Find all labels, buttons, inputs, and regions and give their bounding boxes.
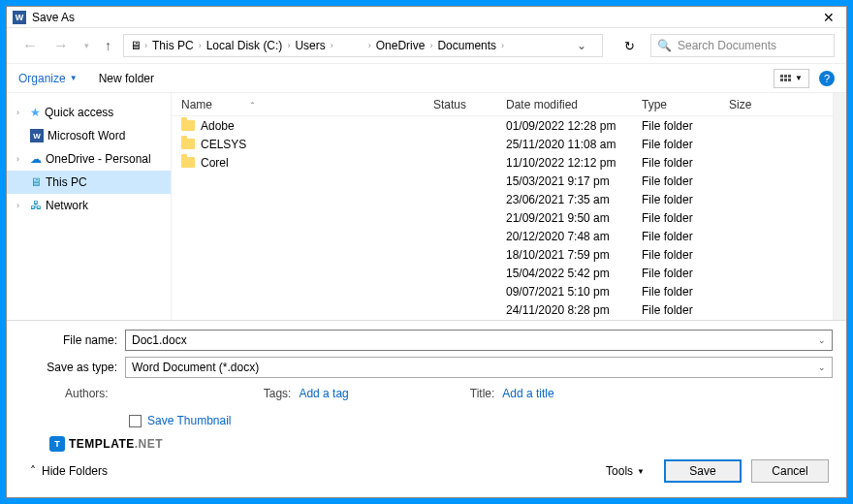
table-row[interactable]: Adobe01/09/2022 12:28 pmFile folder (172, 116, 833, 135)
cancel-button[interactable]: Cancel (751, 459, 829, 483)
tools-menu[interactable]: Tools▼ (606, 464, 645, 478)
folder-icon (181, 120, 195, 131)
breadcrumb-seg[interactable]: Users (293, 39, 327, 52)
table-row[interactable]: 18/10/2021 7:59 pmFile folder (172, 245, 833, 264)
table-row[interactable]: CELSYS25/11/2020 11:08 amFile folder (172, 135, 833, 153)
chevron-down-icon: ▼ (70, 74, 78, 82)
breadcrumb[interactable]: 🖥› This PC› Local Disk (C:)› Users› › On… (123, 34, 603, 57)
title-label: Title: (470, 387, 495, 400)
chevron-down-icon: ▼ (795, 74, 803, 82)
close-icon[interactable]: ✕ (817, 10, 840, 25)
pc-icon: 🖥 (130, 39, 142, 52)
word-icon: W (30, 129, 44, 142)
sidebar: ›★Quick access WMicrosoft Word ›☁OneDriv… (7, 93, 172, 320)
dialog-title: Save As (32, 11, 817, 24)
breadcrumb-dropdown-icon[interactable]: ⌄ (567, 39, 596, 52)
col-status[interactable]: Status (433, 98, 506, 111)
column-headers: Nameˆ Status Date modified Type Size (172, 93, 833, 116)
file-list: Nameˆ Status Date modified Type Size Ado… (172, 93, 833, 320)
breadcrumb-seg[interactable]: This PC (150, 39, 196, 52)
folder-icon (181, 157, 195, 168)
nav-bar: ← → ▾ ↑ 🖥› This PC› Local Disk (C:)› Use… (7, 28, 846, 63)
brand-icon: T (49, 436, 65, 452)
chevron-down-icon[interactable]: ⌄ (818, 362, 826, 372)
table-row[interactable]: 15/04/2022 5:42 pmFile folder (172, 264, 833, 282)
filename-label: File name: (20, 333, 125, 347)
toolbar: Organize▼ New folder ▼ ? (7, 63, 846, 92)
word-app-icon: W (13, 11, 26, 24)
table-row[interactable]: 21/09/2021 9:50 amFile folder (172, 208, 833, 227)
titlebar: W Save As ✕ (7, 7, 846, 28)
table-row[interactable]: 24/11/2020 8:28 pmFile folder (172, 300, 833, 319)
help-icon[interactable]: ? (819, 71, 835, 86)
network-icon: 🖧 (30, 199, 42, 212)
table-row[interactable]: 15/03/2021 9:17 pmFile folder (172, 172, 833, 190)
file-rows: Adobe01/09/2022 12:28 pmFile folderCELSY… (172, 116, 833, 320)
save-button[interactable]: Save (664, 459, 742, 483)
view-options-button[interactable]: ▼ (774, 69, 809, 88)
sidebar-item-network[interactable]: ›🖧Network (7, 194, 171, 217)
authors-label: Authors: (65, 387, 109, 400)
sidebar-item-quick-access[interactable]: ›★Quick access (7, 101, 171, 124)
view-grid-icon (780, 75, 791, 81)
chevron-down-icon: ▼ (637, 467, 645, 476)
col-date-modified[interactable]: Date modified (506, 98, 642, 111)
main-area: ›★Quick access WMicrosoft Word ›☁OneDriv… (7, 92, 846, 320)
brand-watermark: T TEMPLATE.NET (20, 433, 833, 455)
sidebar-item-this-pc[interactable]: 🖥This PC (7, 171, 171, 194)
folder-icon (181, 139, 195, 149)
search-placeholder: Search Documents (678, 39, 776, 52)
save-thumbnail-label[interactable]: Save Thumbnail (147, 414, 232, 427)
bottom-panel: File name: Doc1.docx⌄ Save as type: Word… (7, 320, 846, 497)
breadcrumb-seg[interactable]: Documents (435, 39, 498, 52)
table-row[interactable]: 09/07/2021 5:10 pmFile folder (172, 282, 833, 300)
hide-folders-button[interactable]: ˄Hide Folders (30, 464, 108, 478)
sidebar-item-onedrive[interactable]: ›☁OneDrive - Personal (7, 147, 171, 171)
table-row[interactable]: 23/06/2021 7:35 amFile folder (172, 190, 833, 208)
search-icon: 🔍 (657, 39, 672, 52)
search-input[interactable]: 🔍 Search Documents (650, 34, 835, 57)
recent-dropdown-icon[interactable]: ▾ (80, 41, 93, 50)
breadcrumb-seg[interactable]: Local Disk (C:) (205, 39, 285, 52)
savetype-select[interactable]: Word Document (*.docx)⌄ (125, 357, 833, 378)
refresh-icon[interactable]: ↻ (616, 39, 643, 53)
sidebar-item-word[interactable]: WMicrosoft Word (7, 124, 171, 147)
table-row[interactable]: 20/12/2020 7:48 amFile folder (172, 227, 833, 245)
thumbnail-row: Save Thumbnail (20, 410, 833, 431)
button-row: ˄Hide Folders Tools▼ Save Cancel (20, 455, 833, 488)
add-title-link[interactable]: Add a title (502, 387, 553, 400)
cloud-icon: ☁ (30, 152, 42, 166)
chevron-up-icon: ˄ (30, 464, 36, 478)
pc-icon: 🖥 (30, 175, 42, 189)
scrollbar[interactable] (833, 93, 846, 320)
savetype-label: Save as type: (20, 361, 125, 374)
add-tag-link[interactable]: Add a tag (299, 387, 348, 400)
filename-input[interactable]: Doc1.docx⌄ (125, 330, 833, 351)
tags-label: Tags: (264, 387, 292, 400)
chevron-down-icon[interactable]: ⌄ (818, 335, 826, 345)
sort-asc-icon: ˆ (251, 101, 254, 110)
star-icon: ★ (30, 106, 41, 119)
col-type[interactable]: Type (642, 98, 729, 111)
col-name[interactable]: Nameˆ (181, 98, 433, 111)
meta-row: Authors: Tags: Add a tag Title: Add a ti… (20, 383, 833, 404)
save-as-dialog: W Save As ✕ ← → ▾ ↑ 🖥› This PC› Local Di… (6, 6, 847, 498)
breadcrumb-seg[interactable]: OneDrive (374, 39, 427, 52)
forward-icon[interactable]: → (49, 37, 73, 54)
back-icon[interactable]: ← (18, 37, 42, 54)
col-size[interactable]: Size (729, 98, 787, 111)
up-icon[interactable]: ↑ (101, 38, 115, 53)
organize-menu[interactable]: Organize▼ (18, 72, 78, 85)
new-folder-button[interactable]: New folder (99, 72, 154, 85)
save-thumbnail-checkbox[interactable] (129, 415, 142, 427)
table-row[interactable]: Corel11/10/2022 12:12 pmFile folder (172, 153, 833, 172)
